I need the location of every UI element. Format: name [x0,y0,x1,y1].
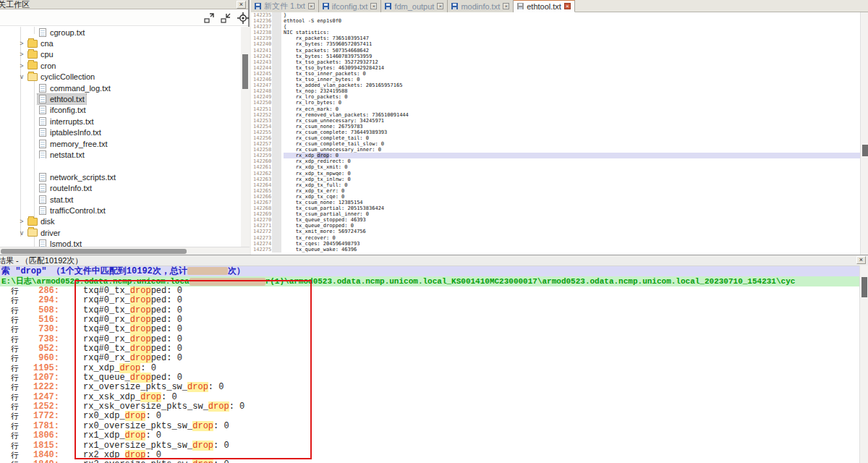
tree-item-hit-area[interactable]: network_scripts.txt [38,172,117,182]
tree-item-hit-area[interactable]: cgroup.txt [38,27,86,38]
tree-item-driver[interactable]: ∨driver [0,227,240,238]
editor-line[interactable]: 142244 tx_tso_bytes: 463099429284214 [251,65,860,71]
editor-line[interactable]: 142266 rx_xdp_tx_cqe: 0 [251,194,860,200]
tree-item-routeInfo.txt[interactable]: routeInfo.txt [0,182,240,193]
result-row[interactable]: 行1781:rx0_oversize_pkts_sw_drop: 0 [0,422,859,431]
collapse-all-icon[interactable] [220,12,231,24]
tree-item-hit-area[interactable]: ethtool.txt [38,94,86,104]
chevron-right-icon[interactable]: > [17,218,26,225]
results-close-icon[interactable]: × [856,256,866,264]
tab-close-icon[interactable]: × [308,3,315,9]
editor-line[interactable]: 142238NIC statistics: [251,30,860,35]
editor-line[interactable]: 142241 tx_packets: 507354668642 [251,48,860,54]
editor-line[interactable]: 142270 tx_queue_stopped: 46393 [251,217,860,223]
tree-item-disk[interactable]: >disk [0,216,240,227]
chevron-down-icon[interactable]: ∨ [17,229,26,237]
editor-line[interactable]: 142246 tx_tso_inner_bytes: 0 [251,77,860,82]
editor-line[interactable]: 142269 tx_csum_partial_inner: 0 [251,211,860,217]
result-row[interactable]: 行1849:rx2_oversize_pkts_sw_drop: 0 [0,460,859,463]
result-row[interactable]: 行1806:rx1_xdp_drop: 0 [0,431,859,441]
tree-vertical-scrollbar-thumb[interactable] [242,54,248,89]
editor-line[interactable]: 142239 rx_packets: 736510395147 [251,35,860,41]
tree-item-hit-area[interactable]: cyclicCollection [26,72,96,82]
result-row[interactable]: 行1195:rx_xdp_drop: 0 [0,364,859,373]
tree-item-ifconfig.txt[interactable]: ifconfig.txt [0,105,240,116]
tree-item-command_log.txt[interactable]: command_log.txt [0,82,240,93]
tree-item-hit-area[interactable]: iptablesInfo.txt [38,127,103,137]
result-row[interactable]: 行730:txq#0_tx_dropped: 0 [0,325,859,334]
tree-item-hit-area[interactable]: routeInfo.txt [38,183,93,193]
result-row[interactable]: 行1252:rx_xsk_oversize_pkts_sw_drop: 0 [0,402,859,412]
chevron-right-icon[interactable]: > [17,51,26,58]
tree-item-iptablesInfo.txt[interactable]: iptablesInfo.txt [0,127,240,138]
chevron-down-icon[interactable]: ∨ [17,73,26,80]
editor-line[interactable]: 142258 rx_csum_unnecessary_inner: 0 [251,147,860,153]
result-row[interactable]: 行1840:rx2_xdp_drop: 0 [0,451,859,460]
editor-line[interactable]: 142235} [251,12,860,18]
result-row[interactable]: 行1772:rx0_xdp_drop: 0 [0,412,859,421]
tab-modinfo.txt[interactable]: modinfo.txt× [448,0,514,12]
result-row[interactable]: 行508:txq#0_tx_dropped: 0 [0,306,859,315]
editor-line[interactable]: 142274 tx_cqes: 204596498793 [251,241,860,247]
editor-line[interactable]: 142247 tx_added_vlan_packets: 2051659571… [251,82,860,88]
result-row[interactable]: 行286:txq#0_tx_dropped: 0 [0,286,859,296]
tree-item-stat.txt[interactable]: stat.txt [0,194,240,205]
editor-vertical-scrollbar-thumb[interactable] [862,145,868,156]
tree-item-hit-area[interactable]: cpu [26,49,55,59]
tree-item-hit-area[interactable]: trafficControl.txt [38,205,107,216]
editor-line[interactable]: 142236ethtool -S enp1s0f0 [251,18,860,24]
editor-line[interactable]: 142245 tx_tso_inner_packets: 0 [251,71,860,77]
editor-line[interactable]: 142260 rx_xdp_redirect: 0 [251,158,860,164]
tab-close-icon[interactable]: × [437,3,443,9]
editor-line[interactable]: 142250 rx_lro_bytes: 0 [251,100,860,106]
editor-line[interactable]: 142263 rx_xdp_tx_inlnw: 0 [251,177,860,182]
editor-line[interactable]: 142267 tx_csum_none: 12385154 [251,200,860,205]
workspace-close-icon[interactable]: × [237,1,246,9]
result-row[interactable]: 行1247:rx_xsk_xdp_drop: 0 [0,393,859,402]
expand-all-icon[interactable] [203,12,215,24]
editor-line[interactable]: 142240 rx_bytes: 735960572057411 [251,41,860,47]
editor-line[interactable]: 142272 tx_xmit_more: 569724756 [251,229,860,234]
tree-item-trafficControl.txt[interactable]: trafficControl.txt [0,205,240,216]
tree-item-cgroup.txt[interactable]: cgroup.txt [0,27,240,38]
results-vertical-scrollbar-thumb[interactable] [861,277,867,297]
tree-item-hit-area[interactable]: command_log.txt [38,83,112,93]
tree-item-memory_free.txt[interactable]: memory_free.txt [0,138,240,149]
editor-line[interactable]: 142262 rx_xdp_tx_mpwqe: 0 [251,171,860,177]
tree-item-hit-area[interactable]: interrupts.txt [38,116,95,127]
editor-line[interactable]: 142253 rx_csum_unnecessary: 34245971 [251,118,860,124]
tab-ifconfig.txt[interactable]: ifconfig.txt× [319,0,382,12]
tree-item-ethtool.txt[interactable]: ethtool.txt [0,93,240,104]
result-row[interactable]: 行516:rxq#0_rx_dropped: 0 [0,315,859,325]
tree-item-hit-area[interactable]: cron [26,61,57,71]
editor-line[interactable]: 142255 rx_csum_complete: 736449389393 [251,129,860,135]
editor-line[interactable]: 142264 rx_xdp_tx_full: 0 [251,182,860,188]
chevron-right-icon[interactable]: > [17,62,26,69]
editor-line[interactable]: 142248 tx_nop: 232419588 [251,88,860,94]
result-row[interactable]: 行1222:rx_oversize_pkts_sw_drop: 0 [0,383,859,392]
search-query-line[interactable]: 索 "drop" （1个文件中匹配到10192次，总计次） [0,266,859,276]
tree-item-hit-area[interactable]: driver [26,228,62,238]
tree-item-hit-area[interactable]: ifconfig.txt [38,105,88,115]
editor-line[interactable]: 142271 tx_queue_dropped: 0 [251,223,860,229]
tab-close-icon[interactable]: × [370,3,377,9]
tree-item-hit-area[interactable]: memory_free.txt [38,139,109,149]
tree-item-cpu[interactable]: >cpu [0,49,240,60]
editor-line[interactable]: 142237{ [251,24,860,30]
tree-horizontal-scrollbar-thumb[interactable] [1,249,187,254]
tree-item-hit-area[interactable]: cna [26,38,55,48]
editor-line[interactable]: 142265 rx_xdp_tx_err: 0 [251,188,860,194]
tab-close-icon[interactable]: × [564,3,571,9]
editor-line[interactable]: 142254 rx_csum_none: 26759783 [251,124,860,129]
tree-item-cron[interactable]: >cron [0,60,240,71]
editor-content[interactable]: 142235}142236ethtool -S enp1s0f0142237{1… [251,12,860,255]
tree-item-interrupts.txt[interactable]: interrupts.txt [0,116,240,127]
result-row[interactable]: 行960:rxq#0_rx_dropped: 0 [0,354,859,363]
tree-item-hit-area[interactable]: disk [26,216,56,226]
editor-line[interactable]: 142243 tx_tso_packets: 35272932712 [251,59,860,65]
editor-line[interactable]: 142249 rx_lro_packets: 0 [251,94,860,100]
tree-item-cna[interactable]: >cna [0,38,240,48]
tab--1.txt[interactable]: 新文件 1.txt× [251,0,319,12]
editor-line[interactable]: 142261 rx_xdp_tx_xmit: 0 [251,164,860,170]
tree-item-network_scripts.txt[interactable]: network_scripts.txt [0,171,240,182]
